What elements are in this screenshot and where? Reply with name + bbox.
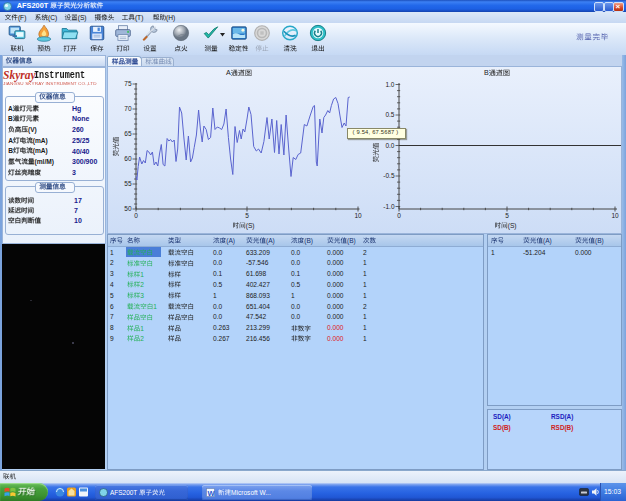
svg-text:5: 5 <box>505 212 509 219</box>
svg-text:B: B <box>484 69 489 77</box>
svg-text:A: A <box>8 136 13 143</box>
svg-text:60: 60 <box>124 155 132 162</box>
svg-text:(V): (V) <box>28 126 37 134</box>
svg-text:(S): (S) <box>246 222 255 230</box>
svg-text:(C): (C) <box>48 13 57 21</box>
svg-text:5: 5 <box>245 212 249 219</box>
svg-text:65: 65 <box>124 130 132 137</box>
svg-text:1.0: 1.0 <box>385 81 394 88</box>
svg-text:1: 1 <box>140 324 144 331</box>
svg-text:1: 1 <box>153 303 157 310</box>
svg-text:-0.5: -0.5 <box>383 172 395 179</box>
svg-text:(H): (H) <box>166 13 175 21</box>
svg-text:(A): (A) <box>543 236 552 244</box>
svg-text:70: 70 <box>124 105 132 112</box>
svg-text:50: 50 <box>124 205 132 212</box>
svg-text:(A): (A) <box>266 236 275 244</box>
svg-text:(B): (B) <box>347 236 356 244</box>
svg-text:75: 75 <box>124 80 132 87</box>
svg-text:AFS200T: AFS200T <box>17 1 49 10</box>
svg-text:(mA): (mA) <box>33 147 48 155</box>
svg-text:AFS200T: AFS200T <box>110 488 137 495</box>
svg-text:(ml/M): (ml/M) <box>35 158 54 166</box>
svg-text:0.5: 0.5 <box>385 111 394 118</box>
svg-text:0: 0 <box>397 212 401 219</box>
svg-text:A: A <box>8 104 13 111</box>
svg-text:10: 10 <box>611 212 619 219</box>
svg-text:(B): (B) <box>595 236 604 244</box>
svg-text:3: 3 <box>140 292 144 299</box>
svg-text:W: W <box>208 489 216 498</box>
svg-text:B: B <box>8 147 13 154</box>
svg-text:2: 2 <box>140 335 144 342</box>
svg-text:(S): (S) <box>508 222 517 230</box>
svg-text:(F): (F) <box>18 13 26 21</box>
svg-text:B: B <box>8 115 13 122</box>
svg-text:(A): (A) <box>226 236 235 244</box>
svg-text:10: 10 <box>354 212 362 219</box>
svg-text:(mA): (mA) <box>33 136 48 144</box>
svg-text:(T): (T) <box>135 13 143 21</box>
svg-text:1: 1 <box>140 270 144 277</box>
svg-text:2: 2 <box>140 281 144 288</box>
svg-text:-1.0: -1.0 <box>383 203 395 210</box>
svg-text:55: 55 <box>124 180 132 187</box>
svg-text:A: A <box>226 69 231 77</box>
svg-text:0: 0 <box>134 212 138 219</box>
svg-text:0.0: 0.0 <box>385 142 394 149</box>
svg-text:Microsoft W...: Microsoft W... <box>231 488 271 495</box>
svg-text:(S): (S) <box>78 13 87 21</box>
svg-text:(B): (B) <box>304 236 313 244</box>
